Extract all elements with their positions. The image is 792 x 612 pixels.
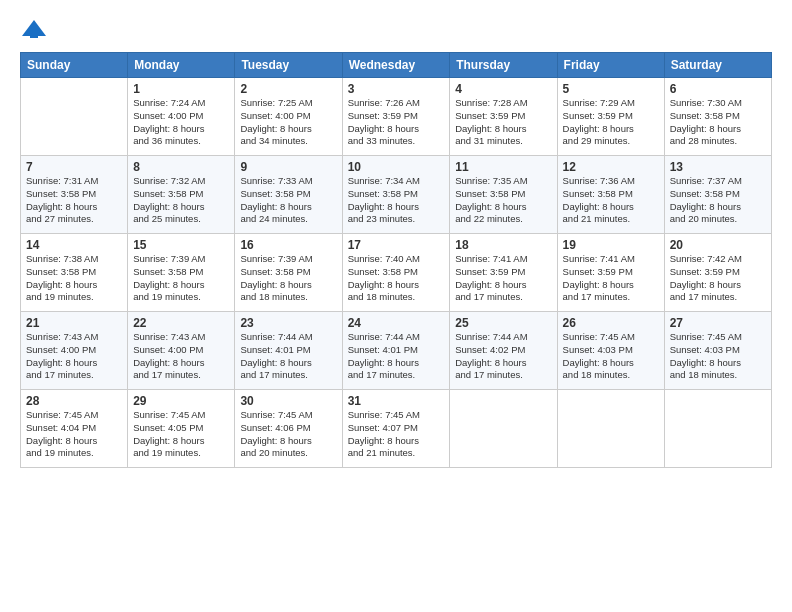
day-info: Sunrise: 7:24 AMSunset: 4:00 PMDaylight:… xyxy=(133,97,229,148)
day-number: 14 xyxy=(26,238,122,252)
calendar-cell: 9Sunrise: 7:33 AMSunset: 3:58 PMDaylight… xyxy=(235,156,342,234)
day-info: Sunrise: 7:45 AMSunset: 4:05 PMDaylight:… xyxy=(133,409,229,460)
page-container: SundayMondayTuesdayWednesdayThursdayFrid… xyxy=(0,0,792,478)
calendar-cell: 1Sunrise: 7:24 AMSunset: 4:00 PMDaylight… xyxy=(128,78,235,156)
day-info: Sunrise: 7:30 AMSunset: 3:58 PMDaylight:… xyxy=(670,97,766,148)
day-info: Sunrise: 7:43 AMSunset: 4:00 PMDaylight:… xyxy=(26,331,122,382)
day-info: Sunrise: 7:45 AMSunset: 4:03 PMDaylight:… xyxy=(670,331,766,382)
calendar-cell: 25Sunrise: 7:44 AMSunset: 4:02 PMDayligh… xyxy=(450,312,557,390)
calendar-cell: 3Sunrise: 7:26 AMSunset: 3:59 PMDaylight… xyxy=(342,78,450,156)
calendar-cell: 6Sunrise: 7:30 AMSunset: 3:58 PMDaylight… xyxy=(664,78,771,156)
day-number: 3 xyxy=(348,82,445,96)
day-number: 12 xyxy=(563,160,659,174)
day-info: Sunrise: 7:40 AMSunset: 3:58 PMDaylight:… xyxy=(348,253,445,304)
day-info: Sunrise: 7:45 AMSunset: 4:03 PMDaylight:… xyxy=(563,331,659,382)
calendar-cell: 8Sunrise: 7:32 AMSunset: 3:58 PMDaylight… xyxy=(128,156,235,234)
day-number: 27 xyxy=(670,316,766,330)
day-number: 6 xyxy=(670,82,766,96)
calendar-cell: 14Sunrise: 7:38 AMSunset: 3:58 PMDayligh… xyxy=(21,234,128,312)
day-number: 15 xyxy=(133,238,229,252)
day-number: 9 xyxy=(240,160,336,174)
day-number: 22 xyxy=(133,316,229,330)
day-info: Sunrise: 7:45 AMSunset: 4:04 PMDaylight:… xyxy=(26,409,122,460)
day-info: Sunrise: 7:26 AMSunset: 3:59 PMDaylight:… xyxy=(348,97,445,148)
day-info: Sunrise: 7:25 AMSunset: 4:00 PMDaylight:… xyxy=(240,97,336,148)
calendar-cell: 27Sunrise: 7:45 AMSunset: 4:03 PMDayligh… xyxy=(664,312,771,390)
day-info: Sunrise: 7:34 AMSunset: 3:58 PMDaylight:… xyxy=(348,175,445,226)
day-info: Sunrise: 7:41 AMSunset: 3:59 PMDaylight:… xyxy=(563,253,659,304)
calendar-week-row-4: 21Sunrise: 7:43 AMSunset: 4:00 PMDayligh… xyxy=(21,312,772,390)
calendar-cell: 4Sunrise: 7:28 AMSunset: 3:59 PMDaylight… xyxy=(450,78,557,156)
day-number: 16 xyxy=(240,238,336,252)
calendar-cell: 2Sunrise: 7:25 AMSunset: 4:00 PMDaylight… xyxy=(235,78,342,156)
day-number: 13 xyxy=(670,160,766,174)
weekday-header-row: SundayMondayTuesdayWednesdayThursdayFrid… xyxy=(21,53,772,78)
day-info: Sunrise: 7:32 AMSunset: 3:58 PMDaylight:… xyxy=(133,175,229,226)
weekday-header-wednesday: Wednesday xyxy=(342,53,450,78)
day-info: Sunrise: 7:39 AMSunset: 3:58 PMDaylight:… xyxy=(133,253,229,304)
day-number: 24 xyxy=(348,316,445,330)
day-number: 7 xyxy=(26,160,122,174)
calendar-week-row-5: 28Sunrise: 7:45 AMSunset: 4:04 PMDayligh… xyxy=(21,390,772,468)
day-number: 31 xyxy=(348,394,445,408)
calendar-cell xyxy=(21,78,128,156)
day-info: Sunrise: 7:45 AMSunset: 4:06 PMDaylight:… xyxy=(240,409,336,460)
calendar-cell xyxy=(450,390,557,468)
day-info: Sunrise: 7:31 AMSunset: 3:58 PMDaylight:… xyxy=(26,175,122,226)
weekday-header-tuesday: Tuesday xyxy=(235,53,342,78)
day-info: Sunrise: 7:33 AMSunset: 3:58 PMDaylight:… xyxy=(240,175,336,226)
day-number: 17 xyxy=(348,238,445,252)
calendar-cell: 19Sunrise: 7:41 AMSunset: 3:59 PMDayligh… xyxy=(557,234,664,312)
logo-icon xyxy=(20,16,48,44)
day-number: 23 xyxy=(240,316,336,330)
day-number: 5 xyxy=(563,82,659,96)
calendar-cell: 15Sunrise: 7:39 AMSunset: 3:58 PMDayligh… xyxy=(128,234,235,312)
calendar-cell: 12Sunrise: 7:36 AMSunset: 3:58 PMDayligh… xyxy=(557,156,664,234)
day-info: Sunrise: 7:28 AMSunset: 3:59 PMDaylight:… xyxy=(455,97,551,148)
calendar-cell: 16Sunrise: 7:39 AMSunset: 3:58 PMDayligh… xyxy=(235,234,342,312)
calendar-cell: 22Sunrise: 7:43 AMSunset: 4:00 PMDayligh… xyxy=(128,312,235,390)
calendar-table: SundayMondayTuesdayWednesdayThursdayFrid… xyxy=(20,52,772,468)
day-number: 8 xyxy=(133,160,229,174)
day-number: 26 xyxy=(563,316,659,330)
calendar-cell xyxy=(557,390,664,468)
day-number: 2 xyxy=(240,82,336,96)
calendar-cell: 24Sunrise: 7:44 AMSunset: 4:01 PMDayligh… xyxy=(342,312,450,390)
day-number: 11 xyxy=(455,160,551,174)
calendar-cell: 29Sunrise: 7:45 AMSunset: 4:05 PMDayligh… xyxy=(128,390,235,468)
weekday-header-monday: Monday xyxy=(128,53,235,78)
calendar-cell: 18Sunrise: 7:41 AMSunset: 3:59 PMDayligh… xyxy=(450,234,557,312)
calendar-cell: 5Sunrise: 7:29 AMSunset: 3:59 PMDaylight… xyxy=(557,78,664,156)
weekday-header-thursday: Thursday xyxy=(450,53,557,78)
weekday-header-sunday: Sunday xyxy=(21,53,128,78)
calendar-cell: 26Sunrise: 7:45 AMSunset: 4:03 PMDayligh… xyxy=(557,312,664,390)
calendar-cell: 30Sunrise: 7:45 AMSunset: 4:06 PMDayligh… xyxy=(235,390,342,468)
calendar-cell: 10Sunrise: 7:34 AMSunset: 3:58 PMDayligh… xyxy=(342,156,450,234)
calendar-week-row-2: 7Sunrise: 7:31 AMSunset: 3:58 PMDaylight… xyxy=(21,156,772,234)
calendar-cell: 13Sunrise: 7:37 AMSunset: 3:58 PMDayligh… xyxy=(664,156,771,234)
header xyxy=(20,16,772,44)
day-info: Sunrise: 7:37 AMSunset: 3:58 PMDaylight:… xyxy=(670,175,766,226)
day-number: 21 xyxy=(26,316,122,330)
calendar-cell: 23Sunrise: 7:44 AMSunset: 4:01 PMDayligh… xyxy=(235,312,342,390)
day-info: Sunrise: 7:29 AMSunset: 3:59 PMDaylight:… xyxy=(563,97,659,148)
weekday-header-saturday: Saturday xyxy=(664,53,771,78)
day-number: 29 xyxy=(133,394,229,408)
day-info: Sunrise: 7:44 AMSunset: 4:01 PMDaylight:… xyxy=(240,331,336,382)
day-info: Sunrise: 7:43 AMSunset: 4:00 PMDaylight:… xyxy=(133,331,229,382)
day-info: Sunrise: 7:42 AMSunset: 3:59 PMDaylight:… xyxy=(670,253,766,304)
weekday-header-friday: Friday xyxy=(557,53,664,78)
calendar-cell: 21Sunrise: 7:43 AMSunset: 4:00 PMDayligh… xyxy=(21,312,128,390)
calendar-cell: 17Sunrise: 7:40 AMSunset: 3:58 PMDayligh… xyxy=(342,234,450,312)
calendar-week-row-1: 1Sunrise: 7:24 AMSunset: 4:00 PMDaylight… xyxy=(21,78,772,156)
day-number: 25 xyxy=(455,316,551,330)
day-number: 30 xyxy=(240,394,336,408)
day-number: 28 xyxy=(26,394,122,408)
day-info: Sunrise: 7:35 AMSunset: 3:58 PMDaylight:… xyxy=(455,175,551,226)
day-number: 1 xyxy=(133,82,229,96)
logo xyxy=(20,16,52,44)
calendar-cell: 11Sunrise: 7:35 AMSunset: 3:58 PMDayligh… xyxy=(450,156,557,234)
day-info: Sunrise: 7:44 AMSunset: 4:01 PMDaylight:… xyxy=(348,331,445,382)
calendar-week-row-3: 14Sunrise: 7:38 AMSunset: 3:58 PMDayligh… xyxy=(21,234,772,312)
day-info: Sunrise: 7:38 AMSunset: 3:58 PMDaylight:… xyxy=(26,253,122,304)
